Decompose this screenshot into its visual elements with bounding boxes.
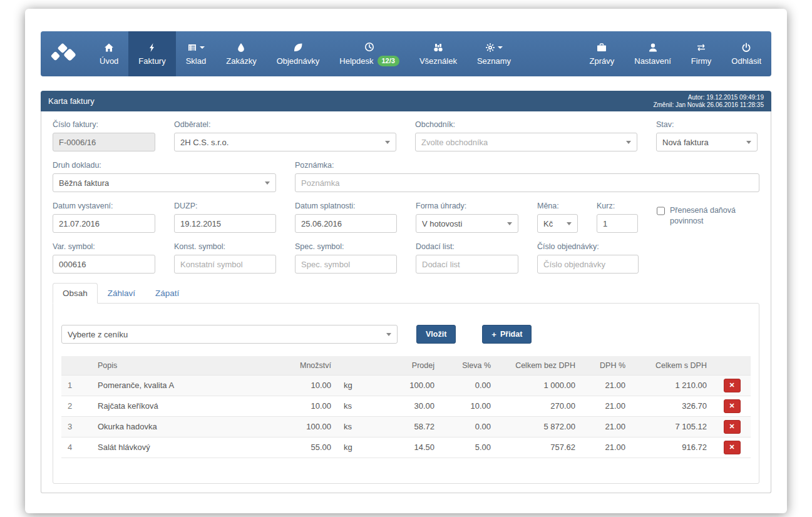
payment-form-select[interactable]: V hotovosti — [416, 214, 518, 233]
nav-item-nastaveni[interactable]: Nastavení — [624, 31, 681, 76]
status-select[interactable]: Nová faktura — [656, 133, 758, 151]
field-invoice-number: Číslo faktury: — [53, 120, 155, 151]
app-window: Úvod Faktury Sklad Zakázky — [25, 9, 787, 513]
duzp-label: DUZP: — [174, 202, 276, 210]
issue-date-input[interactable] — [53, 214, 155, 233]
spec-symbol-input[interactable] — [295, 255, 397, 274]
item-unit: ks — [337, 416, 366, 437]
item-total-gross: 916.72 — [632, 437, 713, 458]
audit-meta: Autor: 19.12.2015 09:49:19 Změnil: Jan N… — [653, 94, 764, 109]
field-issue-date: Datum vystavení: — [53, 202, 155, 233]
const-symbol-label: Konst. symbol: — [174, 242, 276, 251]
invoice-items-table: Popis Množství Prodej Sleva % Celkem bez… — [61, 356, 751, 458]
pricelist-select[interactable]: Vyberte z ceníku — [61, 325, 398, 344]
item-unit: kg — [337, 375, 366, 396]
nav-item-firmy[interactable]: Firmy — [681, 31, 722, 76]
delete-row-button[interactable]: ✕ — [724, 420, 741, 434]
nav-item-zpravy[interactable]: Zprávy — [580, 31, 625, 76]
col-prodej: Prodej — [366, 356, 441, 375]
table-row: 4 Salát hlávkový 55.00 kg 14.50 5.00 757… — [61, 437, 751, 458]
delete-icon: ✕ — [729, 382, 734, 389]
nav-item-label: Zprávy — [590, 56, 615, 66]
nav-item-helpdesk[interactable]: Helpdesk 12/3 — [329, 31, 409, 76]
delete-icon: ✕ — [729, 444, 734, 451]
delete-row-button[interactable]: ✕ — [724, 441, 741, 454]
chevron-down-icon — [385, 141, 390, 144]
note-input[interactable] — [295, 173, 759, 192]
const-symbol-input[interactable] — [174, 255, 276, 274]
table-header-row: Popis Množství Prodej Sleva % Celkem bez… — [61, 356, 751, 375]
rate-input[interactable] — [597, 214, 638, 233]
due-date-label: Datum splatnosti: — [295, 202, 397, 210]
insert-button[interactable]: Vložit — [416, 325, 456, 344]
item-vat: 21.00 — [582, 375, 632, 396]
item-discount: 10.00 — [441, 396, 497, 416]
item-price: 14.50 — [366, 437, 441, 458]
delivery-note-input[interactable] — [416, 255, 518, 274]
nav-item-vseznalek[interactable]: Všeználek — [409, 31, 467, 76]
currency-label: Měna: — [537, 202, 578, 210]
var-symbol-input[interactable] — [53, 255, 155, 274]
nav-item-label: Seznamy — [477, 56, 511, 66]
duzp-input[interactable] — [174, 214, 276, 233]
item-quantity: 100.00 — [269, 416, 337, 437]
col-celkem-bez-dph: Celkem bez DPH — [497, 356, 582, 375]
doc-type-select[interactable]: Běžná faktura — [53, 173, 276, 192]
drop-icon — [236, 43, 246, 53]
nav-item-label: Všeználek — [419, 56, 457, 66]
order-number-label: Číslo objednávky: — [537, 242, 639, 251]
nav-item-odhlasit[interactable]: Odhlásit — [721, 31, 771, 76]
delete-row-button[interactable]: ✕ — [724, 399, 741, 413]
tab-zahlavi[interactable]: Záhlaví — [98, 283, 145, 304]
reverse-charge-checkbox[interactable] — [657, 207, 665, 215]
nav-item-sklad[interactable]: Sklad — [176, 31, 217, 76]
item-price: 58.72 — [366, 416, 441, 437]
add-button-label: Přidat — [500, 330, 522, 339]
page-title: Karta faktury — [48, 96, 95, 106]
tab-obsah[interactable]: Obsah — [53, 283, 98, 304]
field-status: Stav: Nová faktura — [656, 120, 758, 151]
home-icon — [104, 43, 114, 53]
salesman-select[interactable]: Zvolte obchodníka — [415, 133, 637, 151]
due-date-input[interactable] — [295, 214, 397, 233]
add-button[interactable]: + Přidat — [482, 325, 532, 344]
select-value: 2H C.S. s.r.o. — [180, 138, 229, 147]
item-vat: 21.00 — [582, 396, 632, 416]
issue-date-label: Datum vystavení: — [53, 202, 155, 210]
nav-item-zakazky[interactable]: Zakázky — [216, 31, 266, 76]
item-total-gross: 326.70 — [632, 396, 713, 416]
nav-item-uvod[interactable]: Úvod — [90, 31, 128, 76]
top-navbar: Úvod Faktury Sklad Zakázky — [41, 31, 771, 76]
select-value: Vyberte z ceníku — [68, 330, 128, 339]
binoculars-icon — [433, 43, 443, 53]
delete-icon: ✕ — [729, 423, 734, 430]
nav-item-seznamy[interactable]: Seznamy — [467, 31, 521, 76]
app-logo[interactable] — [41, 31, 90, 76]
item-discount: 5.00 — [441, 437, 497, 458]
audit-changed: Změnil: Jan Novák 26.06.2016 11:28:35 — [653, 101, 764, 109]
select-value: V hotovosti — [422, 219, 462, 228]
item-description: Pomeranče, kvalita A — [91, 375, 269, 396]
field-var-symbol: Var. symbol: — [53, 242, 155, 274]
customer-select[interactable]: 2H C.S. s.r.o. — [174, 133, 396, 151]
tab-content-obsah: Vyberte z ceníku Vložit + Přidat — [53, 303, 759, 484]
nav-item-faktury[interactable]: Faktury — [128, 31, 175, 76]
note-label: Poznámka: — [295, 161, 759, 170]
invoice-icon — [147, 43, 157, 53]
nav-item-label: Firmy — [691, 56, 712, 66]
currency-select[interactable]: Kč — [537, 214, 578, 233]
field-currency: Měna: Kč — [537, 202, 578, 233]
delete-row-button[interactable]: ✕ — [724, 379, 741, 392]
item-unit: kg — [337, 437, 366, 458]
item-price: 30.00 — [366, 396, 441, 416]
item-quantity: 55.00 — [269, 437, 337, 458]
col-celkem-s-dph: Celkem s DPH — [632, 356, 713, 375]
table-row: 3 Okurka hadovka 100.00 ks 58.72 0.00 5 … — [61, 416, 751, 437]
item-total-gross: 7 105.12 — [632, 416, 713, 437]
chevron-down-icon — [746, 141, 751, 144]
order-number-input[interactable] — [537, 255, 639, 274]
col-sleva: Sleva % — [441, 356, 497, 375]
field-salesman: Obchodník: Zvolte obchodníka — [415, 120, 637, 151]
tab-zapati[interactable]: Zápatí — [145, 283, 189, 304]
nav-item-objednavky[interactable]: Objednávky — [267, 31, 330, 76]
